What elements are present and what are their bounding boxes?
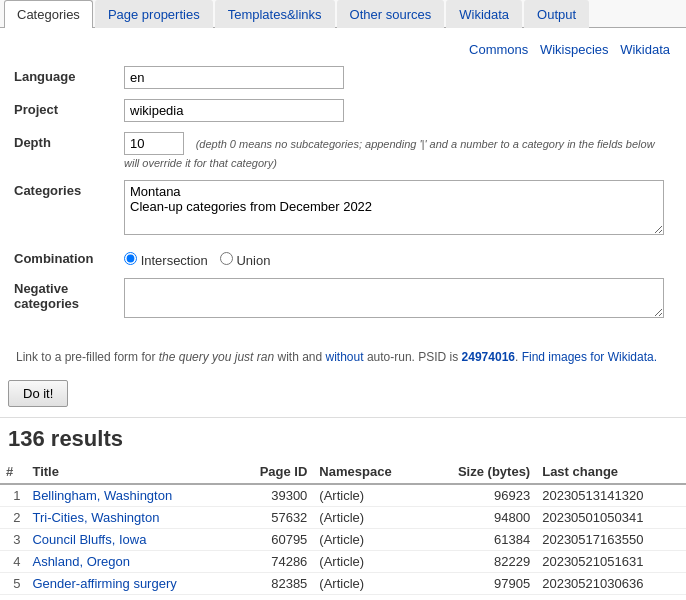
row-last-change: 20230521030636 [536,573,686,595]
table-row: 3 Council Bluffs, Iowa 60795 (Article) 6… [0,529,686,551]
tab-templates-links[interactable]: Templates&links [215,0,335,28]
row-title: Interstate 94 [26,595,234,601]
row-page-id: 89876 [234,595,313,601]
row-title: Gender-affirming surgery [26,573,234,595]
col-page-id: Page ID [234,460,313,484]
bottom-link-text: Link to a pre-filled form for the query … [8,344,678,368]
tab-categories[interactable]: Categories [4,0,93,28]
row-size: 61384 [425,529,536,551]
row-namespace: (Article) [313,529,424,551]
negative-row: Negative categories [8,273,678,326]
row-size: 94800 [425,507,536,529]
bottom-mid2: auto-run. PSID is [364,350,462,364]
tab-other-sources[interactable]: Other sources [337,0,445,28]
row-title: Tri-Cities, Washington [26,507,234,529]
negative-textarea[interactable] [124,278,664,318]
combination-label: Combination [8,243,118,273]
union-label: Union [236,253,270,268]
wikispecies-link[interactable]: Wikispecies [540,42,609,57]
row-page-id: 57632 [234,507,313,529]
row-last-change: 20230511094922 [536,595,686,601]
depth-cell: (depth 0 means no subcategories; appendi… [118,127,678,175]
categories-label: Categories [8,175,118,243]
table-row: 4 Ashland, Oregon 74286 (Article) 82229 … [0,551,686,573]
combination-cell: Intersection Union [118,243,678,273]
row-num: 5 [0,573,26,595]
categories-row: Categories Montana Clean-up categories f… [8,175,678,243]
row-last-change: 20230501050341 [536,507,686,529]
negative-label: Negative categories [8,273,118,326]
language-row: Language [8,61,678,94]
wikidata-link[interactable]: Wikidata [620,42,670,57]
table-row: 6 Interstate 94 89876 (Article) 22639 20… [0,595,686,601]
results-table: # Title Page ID Namespace Size (bytes) L… [0,460,686,600]
tab-page-properties[interactable]: Page properties [95,0,213,28]
col-last-change: Last change [536,460,686,484]
union-radio[interactable] [220,252,233,265]
title-link[interactable]: Bellingham, Washington [32,488,172,503]
depth-hint: (depth 0 means no subcategories; appendi… [124,138,655,169]
title-link[interactable]: Ashland, Oregon [32,554,130,569]
bottom-section: Link to a pre-filled form for the query … [0,344,686,374]
do-it-section: Do it! [0,374,686,417]
union-radio-label[interactable]: Union [220,252,271,268]
row-last-change: 20230521051631 [536,551,686,573]
table-row: 1 Bellingham, Washington 39300 (Article)… [0,484,686,507]
col-title: Title [26,460,234,484]
row-namespace: (Article) [313,573,424,595]
bottom-italic: the query you just ran [159,350,274,364]
row-num: 3 [0,529,26,551]
depth-input[interactable] [124,132,184,155]
row-page-id: 74286 [234,551,313,573]
intersection-radio-label[interactable]: Intersection [124,252,208,268]
find-images-link[interactable]: Find images for Wikidata. [522,350,657,364]
tab-wikidata[interactable]: Wikidata [446,0,522,28]
row-num: 6 [0,595,26,601]
depth-row: Depth (depth 0 means no subcategories; a… [8,127,678,175]
row-last-change: 20230517163550 [536,529,686,551]
row-size: 22639 [425,595,536,601]
title-link[interactable]: Council Bluffs, Iowa [32,532,146,547]
results-header-row: # Title Page ID Namespace Size (bytes) L… [0,460,686,484]
intersection-radio[interactable] [124,252,137,265]
top-links: Commons Wikispecies Wikidata [453,38,678,61]
main-content: Commons Wikispecies Wikidata Language Pr… [0,28,686,344]
categories-cell: Montana Clean-up categories from Decembe… [118,175,678,243]
row-num: 4 [0,551,26,573]
title-link[interactable]: Gender-affirming surgery [32,576,176,591]
commons-link[interactable]: Commons [469,42,528,57]
psid-link[interactable]: 24974016 [462,350,515,364]
tab-bar: Categories Page properties Templates&lin… [0,0,686,28]
row-title: Ashland, Oregon [26,551,234,573]
project-row: Project [8,94,678,127]
row-title: Council Bluffs, Iowa [26,529,234,551]
title-link[interactable]: Tri-Cities, Washington [32,510,159,525]
row-namespace: (Article) [313,507,424,529]
combination-radio-group: Intersection Union [124,248,672,268]
row-size: 96923 [425,484,536,507]
col-num: # [0,460,26,484]
row-size: 97905 [425,573,536,595]
col-namespace: Namespace [313,460,424,484]
language-label: Language [8,61,118,94]
row-page-id: 39300 [234,484,313,507]
depth-label: Depth [8,127,118,175]
results-thead: # Title Page ID Namespace Size (bytes) L… [0,460,686,484]
row-size: 82229 [425,551,536,573]
row-num: 2 [0,507,26,529]
tab-output[interactable]: Output [524,0,589,28]
do-it-button[interactable]: Do it! [8,380,68,407]
project-cell [118,94,678,127]
categories-textarea[interactable]: Montana Clean-up categories from Decembe… [124,180,664,235]
results-header: 136 results [0,417,686,460]
project-input[interactable] [124,99,344,122]
col-size: Size (bytes) [425,460,536,484]
bottom-suffix: . [515,350,522,364]
language-cell [118,61,678,94]
row-namespace: (Article) [313,484,424,507]
project-label: Project [8,94,118,127]
row-last-change: 20230513141320 [536,484,686,507]
without-link[interactable]: without [326,350,364,364]
row-num: 1 [0,484,26,507]
language-input[interactable] [124,66,344,89]
